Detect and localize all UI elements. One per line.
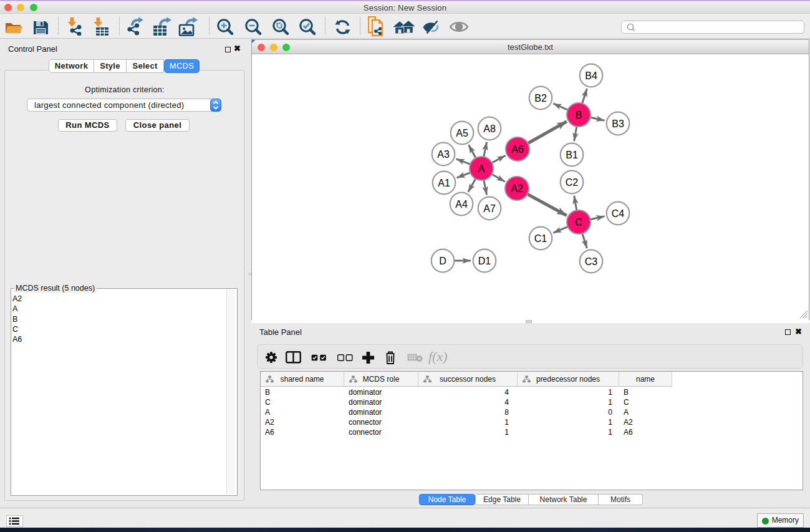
svg-text:B4: B4 [585, 70, 597, 81]
svg-text:A4: A4 [455, 199, 468, 210]
svg-text:A7: A7 [483, 203, 496, 214]
svg-text:C3: C3 [585, 256, 598, 267]
svg-text:A2: A2 [511, 183, 523, 194]
svg-text:B3: B3 [612, 118, 624, 129]
svg-text:C4: C4 [612, 208, 625, 219]
svg-text:A8: A8 [483, 123, 496, 134]
svg-text:B2: B2 [534, 93, 547, 104]
svg-text:D1: D1 [478, 256, 491, 266]
svg-text:C1: C1 [534, 233, 547, 244]
svg-text:B1: B1 [566, 150, 578, 160]
svg-text:B: B [576, 110, 582, 120]
svg-text:C: C [575, 217, 582, 228]
svg-text:A3: A3 [437, 149, 450, 160]
svg-text:A: A [478, 163, 485, 174]
svg-text:A1: A1 [438, 178, 450, 188]
svg-text:C2: C2 [566, 177, 579, 188]
svg-text:A6: A6 [511, 144, 524, 155]
svg-text:A5: A5 [456, 128, 468, 138]
svg-text:D: D [439, 256, 446, 266]
